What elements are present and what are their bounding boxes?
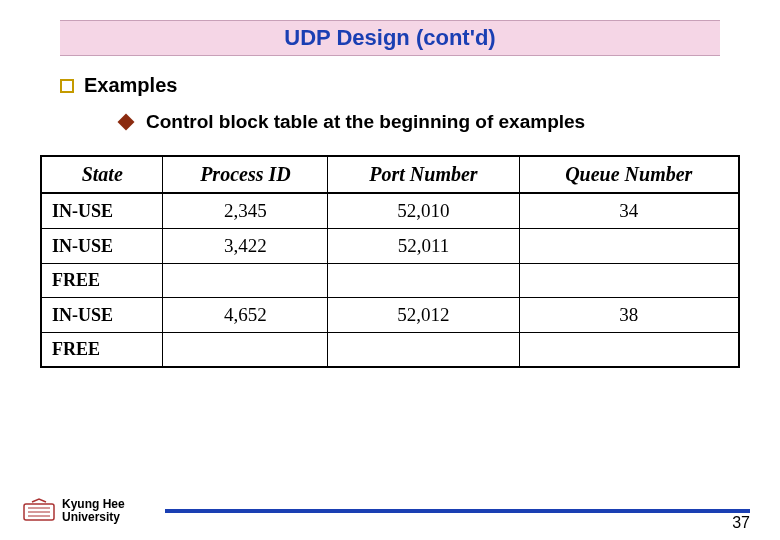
cell-state: IN-USE	[41, 193, 163, 229]
table-row: IN-USE 4,652 52,012 38	[41, 298, 739, 333]
cell-pid	[163, 264, 328, 298]
table-row: FREE	[41, 264, 739, 298]
cell-port: 52,011	[328, 229, 519, 264]
cell-queue	[519, 229, 739, 264]
cell-port	[328, 333, 519, 368]
cell-pid: 2,345	[163, 193, 328, 229]
col-queue: Queue Number	[519, 156, 739, 193]
col-pid: Process ID	[163, 156, 328, 193]
cell-port: 52,010	[328, 193, 519, 229]
cell-port: 52,012	[328, 298, 519, 333]
square-bullet-icon	[60, 79, 74, 93]
col-port: Port Number	[328, 156, 519, 193]
control-block-table-wrap: State Process ID Port Number Queue Numbe…	[40, 155, 740, 368]
university-line2: University	[62, 511, 125, 524]
subbullet-label: Control block table at the beginning of …	[146, 111, 585, 133]
page-number: 37	[732, 514, 750, 532]
table-row: IN-USE 3,422 52,011	[41, 229, 739, 264]
subbullet-control-block: Control block table at the beginning of …	[120, 111, 780, 133]
cell-state: FREE	[41, 333, 163, 368]
col-state: State	[41, 156, 163, 193]
cell-pid: 3,422	[163, 229, 328, 264]
table-row: IN-USE 2,345 52,010 34	[41, 193, 739, 229]
cell-queue: 34	[519, 193, 739, 229]
control-block-table: State Process ID Port Number Queue Numbe…	[40, 155, 740, 368]
cell-pid	[163, 333, 328, 368]
slide-footer: Kyung Hee University	[0, 498, 780, 524]
footer-rule	[165, 509, 750, 513]
cell-port	[328, 264, 519, 298]
cell-state: IN-USE	[41, 229, 163, 264]
table-row: FREE	[41, 333, 739, 368]
bullet-examples-label: Examples	[84, 74, 177, 97]
cell-pid: 4,652	[163, 298, 328, 333]
bullet-examples: Examples	[60, 74, 780, 97]
cell-queue	[519, 333, 739, 368]
cell-state: IN-USE	[41, 298, 163, 333]
cell-queue	[519, 264, 739, 298]
slide-title-bar: UDP Design (cont'd)	[60, 20, 720, 56]
diamond-bullet-icon	[118, 114, 135, 131]
university-crest-icon	[22, 498, 56, 524]
table-header-row: State Process ID Port Number Queue Numbe…	[41, 156, 739, 193]
slide-title: UDP Design (cont'd)	[284, 25, 495, 50]
university-line1: Kyung Hee	[62, 498, 125, 511]
university-name: Kyung Hee University	[62, 498, 125, 524]
cell-state: FREE	[41, 264, 163, 298]
cell-queue: 38	[519, 298, 739, 333]
